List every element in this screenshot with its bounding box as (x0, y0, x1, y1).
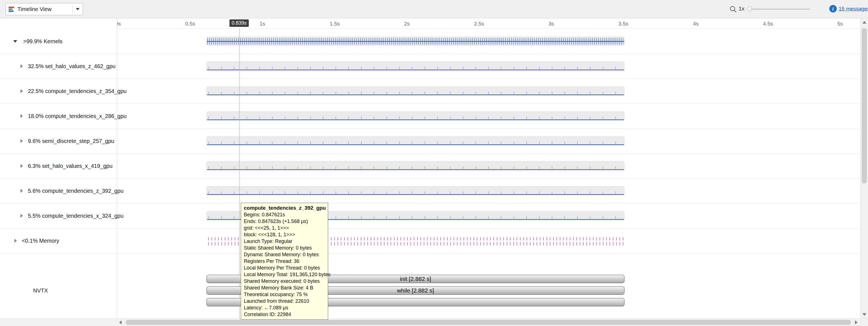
view-selector-label: Timeline View (18, 6, 72, 12)
kernel-tooltip: compute_tendencies_z_392_gpu Begins: 0.8… (241, 203, 328, 320)
nvtx-range-label: init [2.882 s] (400, 276, 431, 282)
time-ruler: 0s 0.5s 1s 1.5s 2s 2.5s 3s 3.5s 4s 4.5s … (117, 18, 860, 29)
expander-closed-icon[interactable] (21, 89, 23, 93)
ruler-tick: 0s (117, 21, 121, 27)
tree-row-label: >99.9% Kernels (23, 38, 62, 45)
vertical-scrollbar[interactable] (860, 18, 868, 319)
tooltip-line: Registers Per Thread: 36 (244, 258, 325, 265)
view-selector-dropdown[interactable]: Timeline View (5, 3, 83, 15)
kernel-band[interactable] (207, 61, 624, 70)
tooltip-line: Begins: 0.847621s (244, 211, 325, 218)
ruler-tick: 3s (549, 21, 554, 27)
tree-row-kernel-5[interactable]: 6.3% set_halo_values_x_419_gpu (0, 154, 117, 179)
tree-row-label: 6.3% set_halo_values_x_419_gpu (28, 163, 113, 169)
tooltip-title: compute_tendencies_z_392_gpu (244, 205, 325, 211)
expander-closed-icon[interactable] (21, 189, 23, 193)
row-separator (0, 203, 860, 203)
row-separator (0, 228, 860, 228)
nvtx-section-label[interactable]: NVTX (33, 288, 48, 294)
kernels-summary-band[interactable] (207, 36, 624, 46)
ruler-tick: 0.5s (185, 21, 195, 27)
row-separator (0, 104, 860, 104)
scroll-up-icon[interactable] (863, 21, 866, 24)
tooltip-line: grid: <<<25, 1, 1>>> (244, 225, 325, 231)
row-separator (0, 79, 860, 79)
messages-link[interactable]: 15 messages (839, 6, 868, 12)
tooltip-line: Local Memory Total: 191,365,120 bytes (244, 271, 325, 278)
tooltip-line: Launch Type: Regular (244, 238, 325, 245)
tree-row-label: 5.5% compute_tendencies_x_324_gpu (28, 213, 124, 219)
tooltip-line: Static Shared Memory: 0 bytes (244, 245, 325, 251)
tooltip-line: Shared Memory Bank Size: 4 B (244, 284, 325, 291)
expander-open-icon[interactable] (13, 40, 17, 43)
tooltip-line: Dynamic Shared Memory: 0 bytes (244, 251, 325, 258)
ruler-tick: 5s (837, 21, 843, 27)
chevron-down-icon (76, 8, 80, 10)
timeline-canvas[interactable]: init [2.882 s] while [2.882 s] (117, 29, 860, 319)
tooltip-line: Theoretical occupancy: 75 % (244, 291, 325, 298)
expander-closed-icon[interactable] (21, 114, 23, 118)
ruler-tick: 4s (693, 21, 699, 27)
tooltip-line: Latency: ←7.089 μs (244, 304, 325, 311)
dropdown-caret-zone[interactable] (73, 8, 83, 10)
tooltip-line: Local Memory Per Thread: 0 bytes (244, 265, 325, 271)
panel-timeline-divider (117, 18, 117, 319)
tooltip-line: block: <<<128, 1, 1>>> (244, 231, 325, 238)
scrollbar-corner (860, 319, 868, 326)
expander-closed-icon[interactable] (21, 164, 23, 168)
horizontal-scrollbar-thumb[interactable] (126, 320, 851, 325)
tooltip-line: Ends: 0.847623s (+1.568 μs) (244, 218, 325, 225)
nsight-timeline-window: Timeline View 1x i 15 messages 0s 0.5s 1… (0, 0, 868, 326)
tree-row-kernel-7[interactable]: 5.5% compute_tendencies_x_324_gpu (0, 203, 117, 228)
ruler-tick: 2.5s (474, 21, 484, 27)
tree-row-label: 5.6% compute_tendencies_z_392_gpu (28, 188, 124, 194)
vertical-scrollbar-thumb[interactable] (862, 28, 867, 183)
kernel-band[interactable] (207, 86, 624, 95)
row-separator (0, 154, 860, 154)
zoom-magnifier-icon[interactable] (729, 5, 737, 14)
tree-row-kernel-4[interactable]: 9.6% semi_discrete_step_257_gpu (0, 129, 117, 154)
row-separator (0, 54, 860, 54)
zoom-slider-thumb[interactable] (747, 6, 752, 11)
tree-row-label: 18.0% compute_tendencies_x_286_gpu (28, 113, 127, 119)
scroll-down-icon[interactable] (863, 313, 866, 316)
tooltip-line: Launched from thread: 22610 (244, 298, 325, 304)
ruler-tick: 1s (259, 21, 265, 27)
tree-row-memory[interactable]: <0.1% Memory (0, 228, 117, 253)
ruler-tick: 2s (404, 21, 410, 27)
expander-closed-icon[interactable] (21, 139, 23, 143)
tree-row-kernel-3[interactable]: 18.0% compute_tendencies_x_286_gpu (0, 104, 117, 129)
toolbar: Timeline View 1x i 15 messages (0, 0, 868, 18)
bottom-left-filler (0, 319, 117, 326)
tree-row-label: 32.5% set_halo_values_z_462_gpu (28, 63, 116, 70)
tree-row-kernel-2[interactable]: 22.5% compute_tendencies_z_354_gpu (0, 79, 117, 104)
time-marker-badge[interactable]: 0.839s (229, 19, 249, 27)
tree-row-label: <0.1% Memory (22, 238, 59, 244)
ruler-tick: 3.5s (618, 21, 628, 27)
tree-row-kernel-1[interactable]: 32.5% set_halo_values_z_462_gpu (0, 54, 117, 79)
row-separator (0, 253, 860, 253)
tree-row-kernel-6[interactable]: 5.6% compute_tendencies_z_392_gpu (0, 179, 117, 203)
expander-closed-icon[interactable] (14, 239, 17, 243)
kernel-band[interactable] (207, 186, 624, 195)
zoom-slider-track[interactable] (747, 8, 810, 10)
scroll-right-icon[interactable] (855, 321, 858, 324)
ruler-tick: 1.5s (330, 21, 340, 27)
kernel-band[interactable] (207, 111, 624, 120)
tree-row-kernels[interactable]: >99.9% Kernels (0, 29, 117, 54)
kernel-density-line (207, 41, 624, 42)
tooltip-line: Correlation ID: 22984 (244, 311, 325, 318)
timeline-view-icon (8, 6, 14, 12)
tooltip-line: Shared Memory executed: 0 bytes (244, 278, 325, 284)
scroll-left-icon[interactable] (119, 321, 122, 324)
zoom-level-label: 1x (739, 5, 744, 12)
kernel-band[interactable] (207, 136, 624, 145)
kernel-band[interactable] (207, 161, 624, 170)
ruler-tick: 4.5s (763, 21, 773, 27)
tree-row-label: 9.6% semi_discrete_step_257_gpu (28, 138, 114, 144)
expander-closed-icon[interactable] (21, 64, 23, 68)
horizontal-scrollbar[interactable] (117, 319, 860, 326)
expander-closed-icon[interactable] (21, 214, 23, 218)
tree-row-label: 22.5% compute_tendencies_z_354_gpu (28, 88, 127, 94)
info-icon[interactable]: i (829, 5, 837, 12)
